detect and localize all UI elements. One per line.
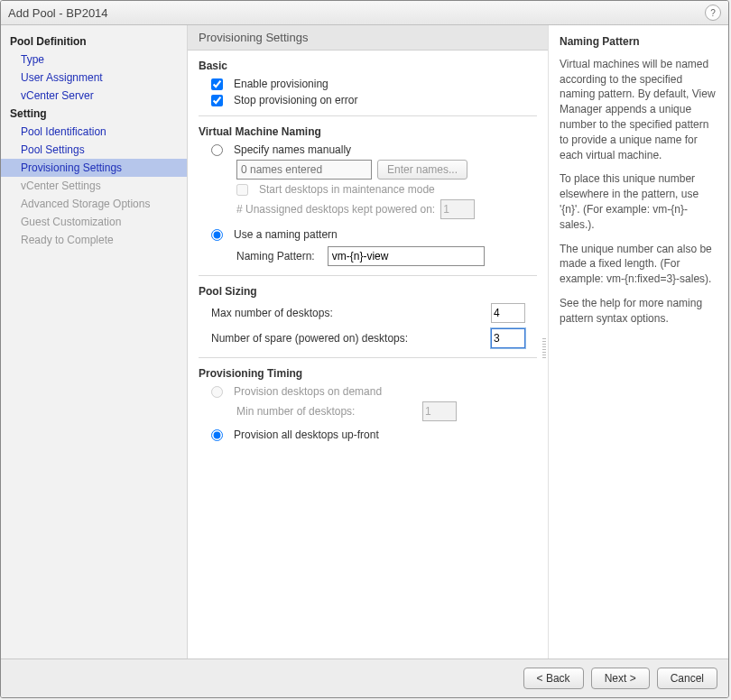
unassigned-label: # Unassigned desktops kept powered on: — [236, 203, 435, 216]
content-area: Provisioning Settings Basic Enable provi… — [188, 25, 728, 659]
names-entered-input[interactable] — [236, 160, 372, 180]
dialog-body: Pool DefinitionTypeUser AssignmentvCente… — [1, 25, 728, 659]
spare-desktops-input[interactable] — [491, 328, 525, 348]
sidebar-item[interactable]: User Assignment — [1, 69, 187, 87]
min-desktops-label: Min number of desktops: — [236, 405, 417, 418]
max-desktops-label: Max number of desktops: — [211, 307, 491, 319]
sidebar-item[interactable]: Pool Settings — [1, 141, 187, 159]
use-pattern-label: Use a naming pattern — [234, 228, 338, 241]
naming-pattern-label: Naming Pattern: — [236, 250, 315, 262]
provision-upfront-label: Provision all desktops up-front — [234, 428, 379, 441]
unassigned-input[interactable] — [440, 199, 475, 219]
dialog-footer: < Back Next > Cancel — [1, 659, 728, 697]
sidebar-header: Setting — [1, 105, 187, 123]
sidebar-item[interactable]: vCenter Server — [1, 87, 187, 105]
help-text-1: Virtual machines will be named according… — [560, 57, 717, 163]
specify-names-radio[interactable] — [211, 144, 223, 156]
stop-on-error-label: Stop provisioning on error — [234, 94, 357, 106]
specify-names-label: Specify names manually — [234, 143, 351, 156]
enable-provisioning-checkbox[interactable] — [211, 78, 223, 90]
spare-desktops-label: Number of spare (powered on) desktops: — [211, 332, 491, 345]
panel-header: Provisioning Settings — [188, 25, 548, 51]
section-basic-title: Basic — [199, 60, 537, 72]
enable-provisioning-label: Enable provisioning — [234, 78, 328, 90]
start-maintenance-label: Start desktops in maintenance mode — [259, 183, 435, 196]
sidebar-item: Ready to Complete — [1, 231, 187, 249]
section-timing-title: Provisioning Timing — [199, 367, 537, 380]
main-panel: Provisioning Settings Basic Enable provi… — [188, 25, 549, 659]
help-icon[interactable]: ? — [705, 5, 721, 21]
section-naming-title: Virtual Machine Naming — [199, 125, 537, 138]
sidebar-item: vCenter Settings — [1, 177, 187, 195]
sidebar-item[interactable]: Type — [1, 51, 187, 69]
sidebar-item: Guest Customization — [1, 213, 187, 231]
provision-ondemand-radio[interactable] — [211, 386, 223, 398]
dialog-window: Add Pool - BP2014 ? Pool DefinitionTypeU… — [0, 0, 729, 698]
wizard-sidebar: Pool DefinitionTypeUser AssignmentvCente… — [1, 25, 188, 659]
help-panel: Naming Pattern Virtual machines will be … — [549, 25, 728, 659]
next-button[interactable]: Next > — [591, 668, 650, 689]
sidebar-header: Pool Definition — [1, 32, 187, 51]
max-desktops-input[interactable] — [491, 303, 525, 323]
help-text-2: To place this unique number elsewhere in… — [560, 171, 717, 232]
help-title: Naming Pattern — [560, 34, 717, 50]
provision-upfront-radio[interactable] — [211, 429, 223, 441]
start-maintenance-checkbox[interactable] — [236, 184, 248, 196]
sidebar-item: Advanced Storage Options — [1, 195, 187, 213]
help-text-3: The unique number can also be made a fix… — [560, 242, 717, 287]
min-desktops-input[interactable] — [422, 401, 457, 421]
help-text-4: See the help for more naming pattern syn… — [560, 296, 717, 327]
cancel-button[interactable]: Cancel — [657, 668, 717, 689]
enter-names-button[interactable]: Enter names... — [377, 160, 467, 180]
section-sizing-title: Pool Sizing — [199, 285, 537, 298]
title-bar: Add Pool - BP2014 ? — [1, 1, 728, 25]
provision-ondemand-label: Provision desktops on demand — [234, 385, 382, 398]
naming-pattern-input[interactable] — [328, 246, 485, 266]
stop-on-error-checkbox[interactable] — [211, 95, 223, 106]
use-pattern-radio[interactable] — [211, 229, 223, 241]
sidebar-item[interactable]: Pool Identification — [1, 123, 187, 141]
sidebar-item[interactable]: Provisioning Settings — [1, 159, 187, 177]
window-title: Add Pool - BP2014 — [8, 6, 108, 20]
back-button[interactable]: < Back — [523, 668, 584, 689]
